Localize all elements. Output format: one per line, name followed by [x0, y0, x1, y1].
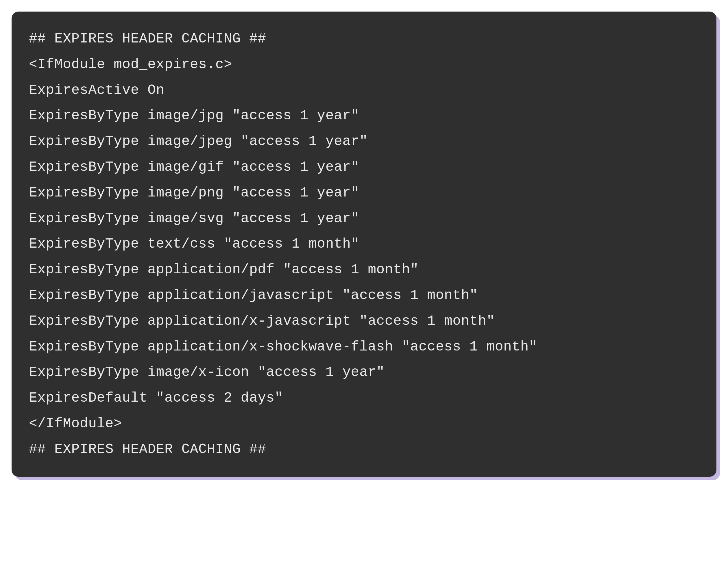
code-line: ExpiresByType image/jpg "access 1 year" — [29, 103, 699, 129]
code-line: ExpiresByType application/pdf "access 1 … — [29, 257, 699, 282]
code-line: </IfModule> — [29, 411, 699, 437]
code-line: ## EXPIRES HEADER CACHING ## — [29, 26, 699, 52]
code-line: ExpiresByType application/x-shockwave-fl… — [29, 334, 699, 360]
code-block: ## EXPIRES HEADER CACHING ## <IfModule m… — [12, 12, 716, 477]
code-line: ExpiresDefault "access 2 days" — [29, 385, 699, 411]
code-line: ExpiresActive On — [29, 78, 699, 103]
code-line: <IfModule mod_expires.c> — [29, 52, 699, 78]
code-line: ## EXPIRES HEADER CACHING ## — [29, 437, 699, 462]
code-line: ExpiresByType application/x-javascript "… — [29, 308, 699, 334]
code-line: ExpiresByType text/css "access 1 month" — [29, 231, 699, 257]
code-line: ExpiresByType image/png "access 1 year" — [29, 180, 699, 206]
code-line: ExpiresByType application/javascript "ac… — [29, 282, 699, 308]
code-line: ExpiresByType image/svg "access 1 year" — [29, 206, 699, 231]
code-line: ExpiresByType image/gif "access 1 year" — [29, 154, 699, 180]
code-line: ExpiresByType image/x-icon "access 1 yea… — [29, 359, 699, 385]
code-line: ExpiresByType image/jpeg "access 1 year" — [29, 129, 699, 154]
